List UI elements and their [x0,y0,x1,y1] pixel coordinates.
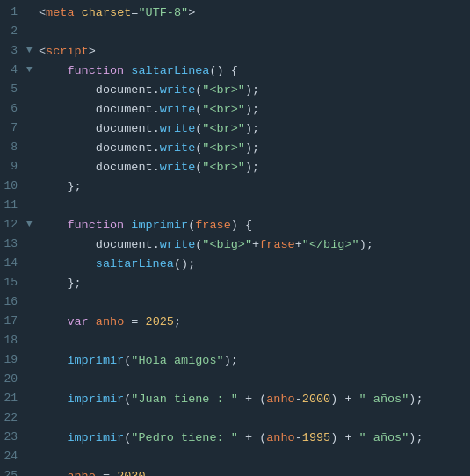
token: + ( [238,393,266,406]
token: anho [67,470,95,476]
code-line: 1<meta charset="UTF-8"> [0,4,470,23]
line-content: document.write("<br>"); [39,158,470,177]
token: anho [96,315,124,328]
line-content: saltarLinea(); [39,255,470,274]
fold-arrow[interactable] [26,158,39,159]
line-content: document.write("<br>"); [39,119,470,139]
fold-arrow[interactable] [26,23,39,24]
line-number: 13 [0,235,26,254]
line-number: 17 [0,313,26,331]
token: "<br>" [202,161,245,174]
fold-arrow[interactable] [26,274,39,275]
token: "UTF-8" [138,6,188,19]
token: + [252,238,259,251]
code-line: 25 anho = 2030 [0,467,470,476]
fold-arrow[interactable] [26,467,39,468]
token: - [295,431,302,444]
fold-arrow[interactable] [26,139,39,140]
fold-arrow[interactable]: ▼ [26,61,39,78]
token: "<br>" [202,122,245,135]
token: - [295,393,302,406]
fold-arrow[interactable] [26,177,39,178]
fold-arrow[interactable] [26,293,39,294]
token: . [153,103,160,116]
code-line: 4▼ function saltarLinea() { [0,61,470,81]
fold-arrow[interactable] [26,390,39,391]
line-number: 2 [0,23,26,41]
token: " años" [359,431,409,444]
token: document [96,83,153,97]
code-line: 5 document.write("<br>"); [0,81,470,100]
code-line: 21 imprimir("Juan tiene : " + (anho-2000… [0,390,470,409]
code-line: 19 imprimir("Hola amigos"); [0,351,470,371]
line-content: <script> [39,42,470,61]
token: () { [209,64,237,77]
fold-arrow[interactable] [26,371,39,371]
fold-arrow[interactable]: ▼ [26,42,39,59]
fold-arrow[interactable] [26,81,39,82]
token: function [67,219,124,232]
token: ); [245,103,259,116]
fold-arrow[interactable] [26,448,39,449]
token: write [160,238,196,251]
line-content: }; [39,274,470,293]
fold-arrow[interactable] [26,100,39,101]
token: ) + [330,393,358,406]
code-line: 13 document.write("<big>"+frase+"</big>"… [0,235,470,255]
fold-arrow[interactable] [26,119,39,120]
fold-arrow[interactable] [26,197,39,198]
token: saltarLinea [131,64,209,77]
token: 2000 [302,393,330,406]
line-number: 3 [0,42,26,61]
fold-arrow[interactable] [26,235,39,236]
line-number: 1 [0,4,26,22]
line-number: 5 [0,81,26,99]
line-number: 6 [0,100,26,119]
token: = [124,315,145,328]
token: imprimir [67,393,124,406]
code-line: 11 [0,197,470,216]
fold-arrow[interactable] [26,255,39,256]
token: write [160,122,196,135]
token: 2025 [146,315,174,328]
fold-arrow[interactable] [26,429,39,429]
fold-arrow[interactable] [26,351,39,352]
line-number: 20 [0,371,26,389]
token: imprimir [131,219,188,232]
line-content: imprimir("Juan tiene : " + (anho-2000) +… [39,390,470,409]
token: ); [224,354,238,367]
code-line: 24 [0,448,470,467]
line-content: function saltarLinea() { [39,61,470,81]
token: "<br>" [202,103,245,116]
token: ); [409,431,423,444]
token: . [153,122,160,135]
fold-arrow[interactable] [26,409,39,410]
fold-arrow[interactable] [26,4,39,4]
code-line: 22 [0,409,470,429]
token: . [153,83,160,97]
code-line: 10 }; [0,177,470,197]
line-number: 24 [0,448,26,466]
fold-arrow[interactable] [26,313,39,314]
code-line: 8 document.write("<br>"); [0,139,470,158]
token: document [96,141,153,155]
fold-arrow[interactable]: ▼ [26,216,39,233]
token: "Juan tiene : " [131,393,238,406]
token: saltarLinea [96,257,174,270]
line-number: 4 [0,61,26,80]
token: < [39,6,46,19]
code-editor: 1<meta charset="UTF-8">23▼<script>4▼ fun… [0,0,470,476]
line-content: document.write("<br>"); [39,100,470,119]
token: document [96,122,153,135]
code-line: 2 [0,23,470,42]
line-number: 14 [0,255,26,273]
line-number: 19 [0,351,26,370]
code-line: 14 saltarLinea(); [0,255,470,274]
line-number: 23 [0,429,26,447]
fold-arrow[interactable] [26,332,39,333]
token: + ( [238,431,266,444]
token: charset [82,6,132,19]
token: document [96,238,153,251]
token: ); [245,122,259,135]
token: meta [46,6,74,19]
